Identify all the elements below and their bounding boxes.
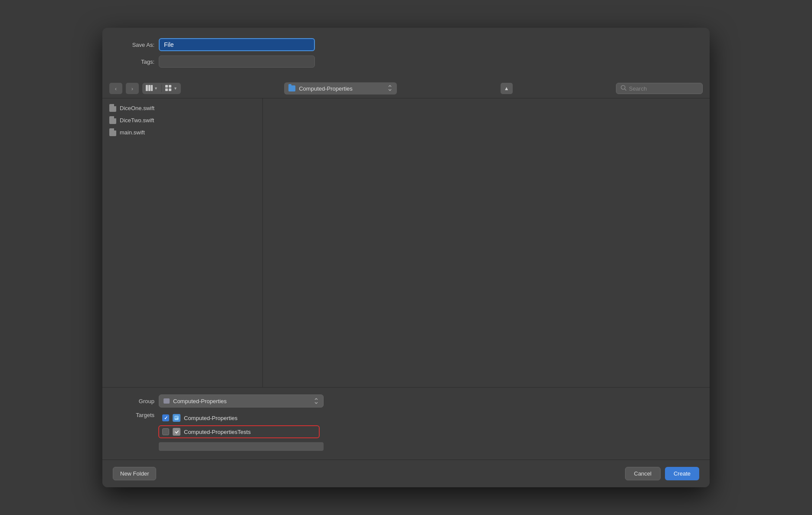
svg-rect-5 [165,88,168,91]
svg-rect-3 [165,85,168,88]
checkbox-computed-properties[interactable]: ✓ [162,414,169,421]
checkmark-icon: ✓ [164,415,168,421]
targets-row: Targets ✓ Computed-Properties [120,412,692,438]
list-item[interactable]: DiceOne.swift [102,102,262,114]
columns-view-icon [146,85,153,92]
targets-list: ✓ Computed-Properties [159,412,319,438]
svg-point-12 [174,429,179,434]
grid-view-icon [165,85,172,92]
progress-bar [159,442,324,451]
save-dialog: Save As: Tags: ‹ › ▼ [102,28,710,487]
list-item[interactable]: DiceTwo.swift [102,114,262,126]
back-button[interactable]: ‹ [109,83,122,94]
file-name: main.swift [120,129,145,136]
columns-view-button[interactable]: ▼ [142,83,161,94]
group-dropdown-arrows [314,397,319,405]
bottom-section: Group Computed-Properties Targets ✓ [102,387,710,460]
forward-button[interactable]: › [126,83,139,94]
create-button[interactable]: Create [665,467,699,480]
expand-button[interactable]: ▲ [501,83,513,94]
svg-rect-1 [148,85,151,91]
new-folder-button[interactable]: New Folder [113,467,156,480]
file-icon [109,128,116,136]
target-app-icon [173,414,180,422]
file-area: DiceOne.swift DiceTwo.swift main.swift [102,98,710,387]
forward-icon: › [131,85,133,92]
group-label: Group [120,398,154,404]
file-icon [109,116,116,124]
grid-view-button[interactable]: ▼ [162,83,181,94]
columns-view-chevron: ▼ [154,86,158,91]
svg-rect-2 [151,85,153,91]
toolbar: ‹ › ▼ [102,79,710,98]
expand-icon: ▲ [504,85,509,91]
location-dropdown[interactable]: Computed-Properties [284,82,397,95]
file-pane: DiceOne.swift DiceTwo.swift main.swift [102,98,263,387]
group-folder-icon [164,398,170,404]
group-dropdown[interactable]: Computed-Properties [159,394,324,407]
target-item-computed-properties[interactable]: ✓ Computed-Properties [159,412,319,424]
targets-label: Targets [120,412,154,418]
target-item-computed-properties-tests[interactable]: Computed-PropertiesTests [159,426,319,438]
svg-rect-4 [169,85,171,88]
search-box: Search [616,83,703,94]
svg-rect-11 [175,418,177,419]
save-as-row: Save As: [120,38,692,51]
footer-right-buttons: Cancel Create [625,467,700,480]
empty-pane [263,98,710,387]
view-toggle-group: ▼ ▼ [142,83,181,94]
tags-row: Tags: [120,55,692,68]
svg-rect-0 [146,85,148,91]
top-form: Save As: Tags: [102,28,710,79]
file-name: DiceTwo.swift [120,117,154,124]
save-as-input[interactable] [159,38,315,51]
grid-view-chevron: ▼ [174,86,177,91]
tags-label: Tags: [120,59,154,65]
location-label: Computed-Properties [299,85,384,92]
file-name: DiceOne.swift [120,105,154,111]
svg-rect-6 [169,88,171,91]
list-item[interactable]: main.swift [102,126,262,138]
target-name: Computed-Properties [184,415,238,421]
tags-input[interactable] [159,55,315,68]
group-row: Group Computed-Properties [120,394,692,407]
location-dropdown-arrow [387,84,393,93]
cancel-button[interactable]: Cancel [625,467,661,480]
target-test-icon [173,428,180,436]
back-icon: ‹ [115,85,117,92]
file-icon [109,104,116,112]
location-folder-icon [288,85,295,91]
checkbox-computed-properties-tests[interactable] [162,428,169,435]
footer: New Folder Cancel Create [102,460,710,487]
save-as-label: Save As: [120,42,154,48]
svg-rect-10 [175,417,178,417]
group-value: Computed-Properties [173,398,310,404]
target-name: Computed-PropertiesTests [184,429,251,435]
